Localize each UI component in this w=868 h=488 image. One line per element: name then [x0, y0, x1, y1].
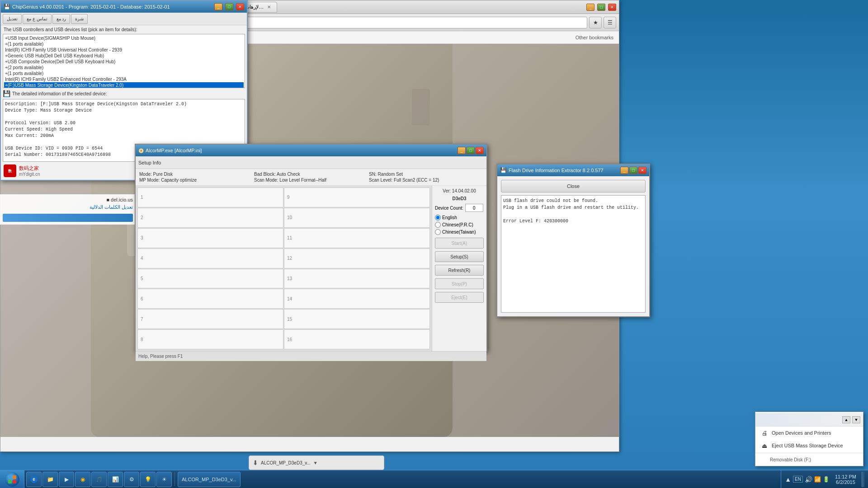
alcor-icon: 📀: [138, 148, 144, 153]
arabic-progress-bar: [3, 214, 133, 222]
bookmark-star[interactable]: ★: [589, 17, 602, 28]
flashinfo-window: 💾 Flash Drive Information Extractor 8.2.…: [496, 164, 650, 317]
cg-device-4[interactable]: +USB Composite Device(Dell Dell USB Keyb…: [4, 59, 244, 65]
cg-device-1[interactable]: +(1 ports available): [4, 41, 244, 47]
taskbar: e 📁 ▶ ◉ 🎵 📊 ⚙ 💡: [0, 470, 868, 488]
browser-maximize[interactable]: □: [597, 4, 605, 11]
cg-maximize[interactable]: □: [225, 3, 233, 10]
alcor-cell-14: 14: [284, 289, 430, 309]
alcor-cell-5: 5: [137, 269, 283, 289]
fi-body: Close USB flash drive could not be found…: [497, 176, 649, 316]
alcor-stop-btn[interactable]: Stop(P): [435, 278, 484, 289]
alcor-cell-8: 8: [137, 329, 283, 349]
fi-close-btn-win[interactable]: ✕: [638, 167, 646, 174]
cg-detail-header: 💾 The detailed information of the select…: [3, 90, 245, 97]
taskbar-explorer[interactable]: 📁: [42, 472, 58, 487]
cg-device-6[interactable]: +(1 ports available): [4, 70, 244, 76]
alcor-bad-block: Bad Block: Auto Check: [254, 172, 368, 177]
alcor-lang-chinese-taiwan[interactable]: Chinese(Taiwan): [435, 229, 484, 235]
taskbar-item-6[interactable]: 📊: [108, 472, 123, 487]
cg-detail-3: Current Speed: High Speed: [5, 127, 243, 133]
taskbar-ie[interactable]: e: [26, 472, 42, 487]
app9-icon: ☀: [160, 476, 168, 483]
ctx-tray-down[interactable]: ▼: [852, 416, 860, 423]
cg-device-2[interactable]: Intel(R) ICH9 Family USB Universal Host …: [4, 47, 244, 53]
app6-icon: 📊: [112, 476, 119, 483]
fi-maximize[interactable]: □: [629, 167, 637, 174]
taskbar-media[interactable]: ▶: [59, 472, 74, 487]
cg-btn-edit[interactable]: تعديل: [3, 14, 22, 24]
alcor-sn: SN: Random Set: [369, 172, 483, 177]
clock-date: 6/2/2015: [836, 479, 855, 485]
cg-logo-icon: 数: [4, 164, 16, 177]
taskbar-right: ▲ EN 🔊 📶 🔋 11:12 PM 6/2/2015: [781, 470, 868, 488]
alcor-titlebar: 📀 AlcorMP.exe [AlcorMP.ini] _ □ ✕: [136, 145, 486, 156]
alcor-statusbar: Help, Please press F1: [136, 351, 486, 361]
ctx-item-open-devices[interactable]: 🖨 Open Devices and Printers: [755, 427, 863, 439]
cg-close[interactable]: ✕: [236, 3, 244, 10]
fi-minimize[interactable]: _: [620, 167, 628, 174]
cg-btn-reply[interactable]: رد مع: [52, 14, 71, 24]
cg-device-7[interactable]: Intel(R) ICH9 Family USB2 Enhanced Host …: [4, 76, 244, 82]
alcor-close[interactable]: ✕: [476, 147, 484, 154]
browser-minimize[interactable]: _: [586, 4, 594, 11]
alcor-cell-9: 9: [284, 188, 430, 207]
cg-minimize[interactable]: _: [214, 3, 222, 10]
alcor-start-btn[interactable]: Start(A): [435, 238, 484, 249]
taskbar-item-5[interactable]: 🎵: [91, 472, 107, 487]
show-desktop-btn[interactable]: [862, 472, 864, 487]
alcor-minimize[interactable]: _: [458, 147, 466, 154]
arabic-link[interactable]: del.icio.us ■: [3, 197, 133, 202]
taskbar-chipgenius[interactable]: ALCOR_MP_D3eD3_v...: [178, 472, 241, 487]
cg-device-8[interactable]: +(F:)USB Mass Storage Device(Kingston Da…: [4, 82, 244, 88]
alcor-mp-mode: MP Mode: Capacity optimize: [139, 178, 253, 183]
alcor-model: D3eD3: [435, 196, 484, 201]
system-clock[interactable]: 11:12 PM 6/2/2015: [832, 474, 859, 485]
app7-icon: ⚙: [128, 476, 135, 483]
battery-icon: 🔋: [823, 476, 830, 483]
taskbar-item-7[interactable]: ⚙: [124, 472, 139, 487]
ctx-tray-up[interactable]: ▲: [842, 416, 850, 423]
alcor-device-count-value: 0: [465, 204, 483, 212]
alcor-lang-chinese-prc[interactable]: Chinese(P.R.C): [435, 222, 484, 228]
alcor-lang-english[interactable]: English: [435, 215, 484, 221]
arabic-edit[interactable]: تعديل الكلمات الدلالية: [3, 204, 133, 210]
cg-list-header: The USB controllers and USB devices list…: [3, 27, 245, 32]
fi-msg-1: Plug in a USB flash drive and restart th…: [503, 204, 643, 211]
cg-device-0[interactable]: +USB Input Device(SIGMASHIP Usb Mouse): [4, 35, 244, 41]
ie-icon: e: [30, 476, 38, 483]
bookmark-other[interactable]: Other bookmarks: [573, 34, 616, 41]
start-orb: [5, 472, 19, 487]
taskbar-item-9[interactable]: ☀: [156, 472, 172, 487]
taskbar-chrome[interactable]: ◉: [75, 472, 90, 487]
chipgenius-task-label: ALCOR_MP_D3eD3_v...: [182, 477, 236, 482]
cg-device-list[interactable]: +USB Input Device(SIGMASHIP Usb Mouse) +…: [3, 34, 245, 88]
context-menu: ▲ ▼ 🖨 Open Devices and Printers ⏏ Eject …: [755, 412, 863, 466]
cg-titlebar: 💾 ChipGenius v4.00.0201 - Program: 2015-…: [1, 1, 247, 13]
cg-btn-share[interactable]: شرة: [71, 14, 88, 24]
alcor-setup-btn[interactable]: Setup(S): [435, 251, 484, 262]
media-icon: ▶: [63, 476, 70, 483]
cg-device-3[interactable]: +Generic USB Hub(Dell Dell USB Keyboard …: [4, 53, 244, 59]
download-arrow-icon[interactable]: ▼: [313, 460, 318, 465]
cg-btn-contact[interactable]: تماس ع مع: [23, 14, 52, 24]
menu-button[interactable]: ☰: [604, 17, 616, 28]
taskbar-item-8[interactable]: 💡: [140, 472, 156, 487]
alcor-eject-btn[interactable]: Eject(E): [435, 292, 484, 303]
clock-time: 11:12 PM: [835, 474, 856, 479]
alcor-refresh-btn[interactable]: Refresh(R): [435, 265, 484, 276]
tab-4-close[interactable]: ✕: [266, 4, 272, 10]
alcor-maximize[interactable]: □: [467, 147, 475, 154]
cg-detail-2: Protocol Version: USB 2.00: [5, 120, 243, 127]
browser-close[interactable]: ✕: [608, 4, 616, 11]
lang-indicator: EN: [793, 476, 803, 483]
cg-device-5[interactable]: +(2 ports available): [4, 65, 244, 70]
ctx-sub-removable[interactable]: Removable Disk (F:): [755, 454, 863, 465]
ctx-item-eject[interactable]: ⏏ Eject USB Mass Storage Device: [755, 439, 863, 452]
start-button[interactable]: [0, 470, 24, 488]
app8-icon: 💡: [144, 476, 151, 483]
alcor-device-count-label: Device Count:: [435, 206, 463, 211]
arrow-up-icon[interactable]: ▲: [785, 476, 791, 483]
alcor-cell-10: 10: [284, 208, 430, 228]
fi-close-button[interactable]: Close: [501, 180, 646, 192]
